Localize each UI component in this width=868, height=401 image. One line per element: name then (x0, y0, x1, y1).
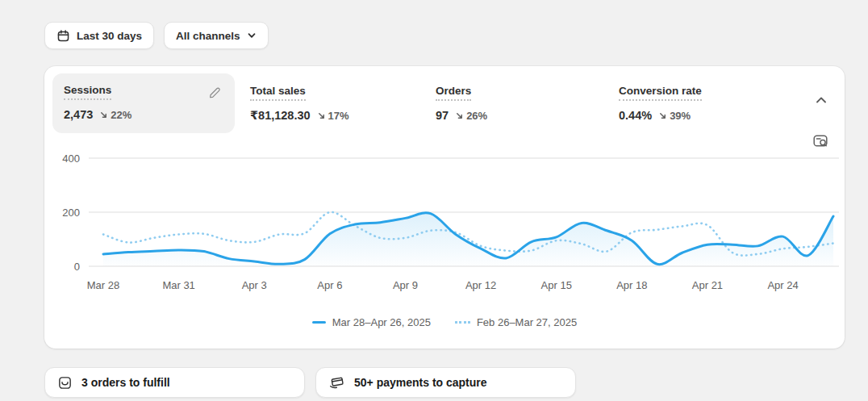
metric-value-orders: 97 (436, 109, 449, 122)
x-tick-label: Apr 24 (767, 279, 798, 291)
trend-down-icon (658, 111, 667, 120)
solid-line-legend-marker (312, 321, 326, 324)
legend-label-current-period: Mar 28–Apr 26, 2025 (332, 316, 431, 328)
metric-col-orders[interactable]: Orders 97 26% (436, 83, 487, 122)
payments-icon (328, 375, 345, 391)
filter-bar: Last 30 days All channels (44, 22, 269, 49)
x-tick-label: Apr 12 (465, 279, 496, 291)
orders-to-fulfill-label: 3 orders to fulfill (81, 376, 170, 389)
trend-down-icon (317, 111, 326, 120)
trend-down-icon (99, 111, 108, 119)
sessions-line-chart[interactable] (89, 151, 839, 272)
legend-item-current-period: Mar 28–Apr 26, 2025 (312, 316, 431, 328)
metric-tab-sessions[interactable]: Sessions 2,473 22% (52, 73, 235, 133)
metric-value-conversion-rate: 0.44% (619, 109, 652, 122)
legend-item-previous-period: Feb 26–Mar 27, 2025 (455, 316, 577, 328)
sessions-analytics-card: Sessions 2,473 22% Total sales (44, 66, 845, 349)
x-tick-label: Apr 21 (692, 279, 723, 291)
metric-delta-sessions: 22% (99, 109, 131, 121)
metric-delta-total-sales: 17% (317, 110, 349, 122)
metric-col-total-sales[interactable]: Total sales ₹81,128.30 17% (250, 83, 349, 122)
x-tick-label: Mar 28 (87, 279, 119, 291)
x-tick-label: Apr 18 (616, 279, 647, 291)
y-tick-label: 200 (44, 207, 80, 219)
channel-filter-button[interactable]: All channels (164, 22, 269, 49)
x-tick-label: Apr 15 (541, 279, 572, 291)
view-report-icon[interactable] (811, 132, 831, 151)
metric-col-conversion-rate[interactable]: Conversion rate 0.44% 39% (619, 83, 702, 122)
x-tick-label: Apr 9 (393, 279, 418, 291)
task-shortcuts: 3 orders to fulfill 50+ payments to capt… (44, 367, 576, 398)
metric-label-total-sales: Total sales (250, 85, 306, 101)
metric-label-sessions: Sessions (64, 84, 111, 100)
orders-to-fulfill-button[interactable]: 3 orders to fulfill (44, 367, 305, 398)
calendar-icon (56, 29, 70, 43)
payments-to-capture-button[interactable]: 50+ payments to capture (315, 367, 576, 398)
y-tick-label: 400 (44, 152, 80, 165)
chevron-down-icon (247, 31, 257, 40)
metric-label-conversion-rate: Conversion rate (619, 85, 702, 101)
trend-down-icon (455, 111, 464, 120)
orders-icon (57, 375, 73, 391)
metric-delta-orders: 26% (455, 110, 487, 122)
metric-value-total-sales: ₹81,128.30 (250, 109, 311, 122)
x-tick-label: Mar 31 (162, 279, 194, 291)
date-range-button[interactable]: Last 30 days (44, 22, 154, 49)
x-tick-label: Apr 6 (317, 279, 342, 291)
channel-filter-label: All channels (176, 30, 240, 42)
metric-delta-conversion-rate: 39% (658, 110, 691, 122)
metric-value-sessions: 2,473 (64, 108, 93, 121)
collapse-card-button[interactable] (813, 94, 829, 107)
dotted-line-legend-marker (455, 321, 470, 324)
y-tick-label: 0 (44, 261, 80, 273)
edit-metric-icon[interactable] (207, 84, 223, 101)
date-range-label: Last 30 days (77, 30, 142, 42)
legend-label-previous-period: Feb 26–Mar 27, 2025 (477, 316, 577, 328)
x-tick-label: Apr 3 (242, 279, 267, 291)
payments-to-capture-label: 50+ payments to capture (354, 376, 487, 389)
chart-legend: Mar 28–Apr 26, 2025 Feb 26–Mar 27, 2025 (44, 316, 845, 328)
metric-label-orders: Orders (436, 85, 471, 101)
chevron-up-icon (815, 95, 828, 105)
